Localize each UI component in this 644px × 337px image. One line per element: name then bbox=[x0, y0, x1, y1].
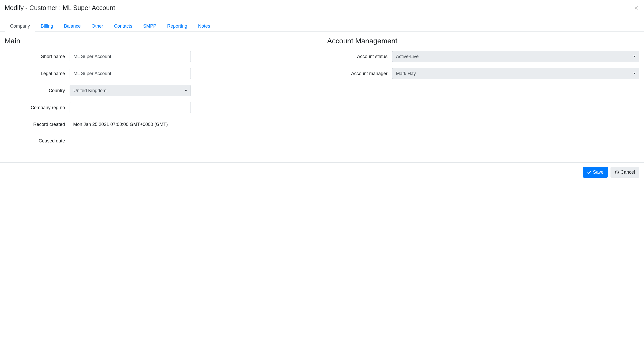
account-status-label: Account status bbox=[327, 54, 392, 59]
account-manager-select[interactable]: Mark Hay bbox=[392, 68, 639, 79]
ban-icon bbox=[615, 170, 619, 174]
cancel-button[interactable]: Cancel bbox=[610, 167, 639, 178]
short-name-label: Short name bbox=[5, 54, 70, 59]
tab-contacts[interactable]: Contacts bbox=[109, 21, 138, 32]
account-management-section: Account Management Account status Active… bbox=[327, 37, 639, 152]
check-icon bbox=[587, 170, 591, 174]
record-created-label: Record created bbox=[5, 122, 70, 127]
tab-billing[interactable]: Billing bbox=[35, 21, 59, 32]
close-button[interactable]: × bbox=[633, 4, 639, 12]
field-row-short-name: Short name bbox=[5, 51, 317, 62]
tab-balance[interactable]: Balance bbox=[59, 21, 86, 32]
field-row-legal-name: Legal name bbox=[5, 68, 317, 79]
field-row-company-reg: Company reg no bbox=[5, 102, 317, 113]
legal-name-label: Legal name bbox=[5, 71, 70, 76]
country-select[interactable]: United Kingdom bbox=[70, 85, 191, 96]
tab-company[interactable]: Company bbox=[5, 21, 35, 32]
company-reg-input[interactable] bbox=[70, 102, 191, 113]
field-row-ceased-date: Ceased date bbox=[5, 135, 317, 146]
ceased-date-label: Ceased date bbox=[5, 138, 70, 144]
modal-footer: Save Cancel bbox=[0, 162, 644, 182]
account-manager-label: Account manager bbox=[327, 71, 392, 76]
tab-notes[interactable]: Notes bbox=[193, 21, 216, 32]
main-section: Main Short name Legal name Country Unite… bbox=[5, 37, 317, 152]
save-button-label: Save bbox=[593, 169, 604, 175]
main-section-title: Main bbox=[5, 37, 317, 45]
ceased-date-value bbox=[70, 138, 73, 143]
modal-title: Modify - Customer : ML Super Account bbox=[5, 4, 115, 12]
tab-reporting[interactable]: Reporting bbox=[162, 21, 193, 32]
save-button[interactable]: Save bbox=[583, 167, 608, 178]
tab-content: Main Short name Legal name Country Unite… bbox=[0, 32, 644, 162]
legal-name-input[interactable] bbox=[70, 68, 191, 79]
short-name-input[interactable] bbox=[70, 51, 191, 62]
account-management-title: Account Management bbox=[327, 37, 639, 45]
tab-smpp[interactable]: SMPP bbox=[138, 21, 162, 32]
modal-header: Modify - Customer : ML Super Account × bbox=[0, 0, 644, 16]
record-created-value: Mon Jan 25 2021 07:00:00 GMT+0000 (GMT) bbox=[70, 122, 168, 127]
field-row-country: Country United Kingdom bbox=[5, 85, 317, 96]
country-label: Country bbox=[5, 88, 70, 93]
company-reg-label: Company reg no bbox=[5, 105, 70, 110]
field-row-account-status: Account status Active-Live bbox=[327, 51, 639, 62]
tab-other[interactable]: Other bbox=[86, 21, 109, 32]
field-row-account-manager: Account manager Mark Hay bbox=[327, 68, 639, 79]
tabs-nav: Company Billing Balance Other Contacts S… bbox=[0, 21, 644, 32]
account-status-select[interactable]: Active-Live bbox=[392, 51, 639, 62]
close-icon: × bbox=[634, 4, 638, 12]
cancel-button-label: Cancel bbox=[621, 169, 635, 175]
svg-line-1 bbox=[616, 171, 618, 173]
field-row-record-created: Record created Mon Jan 25 2021 07:00:00 … bbox=[5, 119, 317, 130]
